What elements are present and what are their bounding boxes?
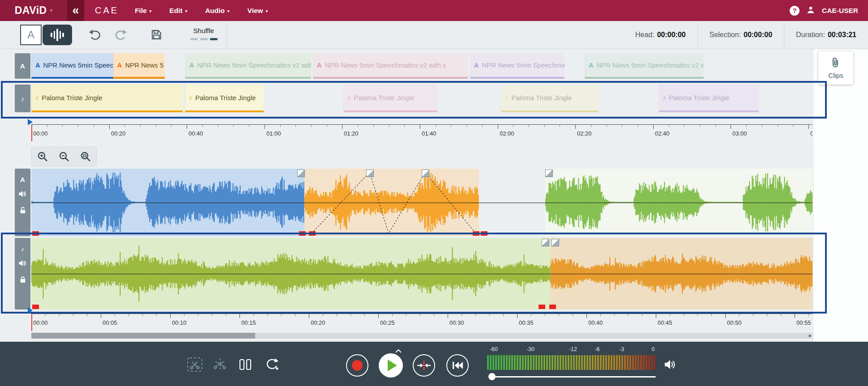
- ruler-tick: [198, 314, 198, 316]
- playhead-line[interactable]: [31, 314, 32, 331]
- ruler-label: 02:40: [655, 130, 670, 137]
- goto-head-button[interactable]: [413, 354, 435, 377]
- horizontal-scrollbar[interactable]: ▸: [31, 333, 812, 339]
- overview-music-clip[interactable]: ♪Paloma Triste Jingle: [185, 85, 264, 112]
- scroll-right-arrow[interactable]: ▸: [809, 332, 812, 339]
- ruler-tick: [808, 314, 809, 316]
- ruler-tick: [364, 314, 365, 316]
- ruler-tick: [358, 125, 358, 127]
- ruler-label: 00:40: [188, 130, 203, 137]
- ruler-tick: [78, 125, 78, 127]
- topbar-right: ? CAE-USER: [790, 5, 858, 16]
- shuffle-mode[interactable]: Shuffle: [186, 27, 222, 40]
- ruler-tick: [156, 125, 156, 127]
- save-icon[interactable]: [150, 29, 162, 42]
- overview-speech-clip[interactable]: ANPR News 5min Speech: [31, 53, 113, 79]
- chevron-down-icon: ▾: [266, 9, 268, 13]
- edit-marker[interactable]: [309, 231, 316, 236]
- ruler-tick: [642, 314, 642, 316]
- undo-icon[interactable]: [89, 29, 101, 42]
- ruler-label: 00:00: [33, 319, 48, 326]
- overview-speech-clip[interactable]: ANPR News 5min Speechmatics v2 with s: [313, 53, 468, 79]
- razor-selection-icon[interactable]: [187, 357, 203, 374]
- clip-label: Paloma Triste Jingle: [195, 94, 256, 102]
- fade-handle[interactable]: [545, 170, 553, 177]
- edit-marker[interactable]: [32, 231, 39, 236]
- help-icon[interactable]: ?: [790, 6, 800, 16]
- split-view-icon[interactable]: [238, 358, 253, 373]
- overview-music-clip[interactable]: ♪Paloma Triste Jingle: [501, 85, 599, 112]
- ruler-tick: [45, 314, 46, 316]
- ruler-label: 02:00: [500, 130, 514, 137]
- volume-slider[interactable]: [490, 376, 656, 378]
- fade-handle[interactable]: [542, 239, 549, 246]
- menu-view[interactable]: View▾: [248, 7, 268, 15]
- razor-cut-icon[interactable]: [213, 357, 228, 374]
- music-note-icon: ♪: [21, 95, 25, 102]
- ruler-tick: [309, 314, 309, 318]
- overview-music-clip[interactable]: ♪Paloma Triste Jingle: [343, 85, 437, 112]
- speaker-icon[interactable]: [18, 259, 27, 269]
- fade-handle[interactable]: [366, 170, 374, 177]
- record-button[interactable]: [346, 354, 368, 377]
- ruler-tick: [115, 314, 115, 316]
- ruler-tick: [73, 314, 73, 316]
- editor-track-music[interactable]: [31, 238, 812, 310]
- overview-speech-clip[interactable]: ANPR News 5min Speechmatics v2 with: [185, 53, 311, 79]
- edit-marker[interactable]: [539, 305, 545, 309]
- zoom-in-button[interactable]: [32, 147, 53, 166]
- overview-music-clip[interactable]: ♪Paloma Triste Jingle: [31, 85, 183, 112]
- overview-music-clip[interactable]: ♪Paloma Triste Jingle: [658, 85, 759, 112]
- menu-file[interactable]: File▾: [135, 7, 151, 15]
- edit-marker[interactable]: [481, 231, 487, 236]
- selection-label: Selection:: [710, 31, 741, 39]
- play-button[interactable]: [379, 353, 403, 378]
- revert-icon[interactable]: [263, 357, 279, 373]
- user-name[interactable]: CAE-USER: [822, 7, 858, 15]
- overview-speech-clip[interactable]: ANPR News 5: [113, 53, 165, 79]
- unlock-icon[interactable]: [19, 206, 27, 216]
- redo-icon[interactable]: [115, 29, 127, 42]
- app-logo[interactable]: DAViD ▾: [0, 0, 67, 21]
- fade-handle[interactable]: [297, 170, 305, 177]
- menu-edit[interactable]: Edit▾: [169, 7, 187, 15]
- playhead-marker[interactable]: [28, 119, 33, 125]
- overview-speech-rail[interactable]: A: [15, 53, 30, 79]
- ruler-tick: [323, 314, 323, 316]
- overview-ruler[interactable]: 00:0000:2000:4001:0001:2001:4002:0002:20…: [31, 124, 812, 141]
- volume-slider-knob[interactable]: [488, 373, 496, 380]
- edit-marker[interactable]: [299, 231, 306, 236]
- fade-handle[interactable]: [422, 170, 429, 177]
- overview-speech-clip[interactable]: ANPR News 5min Speechma: [470, 53, 564, 79]
- editor-ruler[interactable]: 00:0000:0500:1000:1500:2000:2500:3000:35…: [31, 314, 812, 331]
- ruler-tick: [711, 314, 712, 316]
- edit-marker[interactable]: [473, 231, 479, 236]
- speaker-icon[interactable]: [18, 190, 27, 200]
- back-button[interactable]: «: [67, 0, 84, 21]
- playhead-marker[interactable]: [28, 307, 33, 314]
- fade-handle[interactable]: [552, 239, 559, 246]
- text-mode-button[interactable]: A: [20, 25, 42, 45]
- lock-icon[interactable]: [19, 276, 27, 285]
- playhead-line[interactable]: [31, 125, 32, 141]
- skip-to-start-button[interactable]: [446, 354, 469, 377]
- edit-marker[interactable]: [32, 305, 39, 309]
- overview-speech-clip[interactable]: ANPR News 5min Speechmatics v2 v: [585, 53, 704, 79]
- ruler-label: 00:00: [33, 130, 48, 137]
- editor-track-speech[interactable]: [31, 169, 812, 236]
- ruler-tick: [684, 314, 684, 316]
- overview-music-rail[interactable]: ♪: [15, 85, 30, 112]
- scrollbar-thumb[interactable]: [31, 333, 255, 339]
- clip-label: Paloma Triste Jingle: [511, 94, 572, 102]
- zoom-selection-button[interactable]: [75, 147, 96, 166]
- ruler-tick: [498, 125, 498, 129]
- zoom-out-button[interactable]: [53, 147, 75, 166]
- menu-audio[interactable]: Audio▾: [205, 7, 229, 15]
- play-options-caret-icon[interactable]: [395, 347, 402, 355]
- speaker-icon[interactable]: [663, 358, 677, 373]
- ruler-tick: [253, 314, 254, 316]
- waveform-mode-button[interactable]: [43, 25, 72, 45]
- paperclip-icon: [830, 57, 841, 70]
- clips-panel-button[interactable]: Clips: [818, 51, 853, 85]
- edit-marker[interactable]: [549, 305, 556, 309]
